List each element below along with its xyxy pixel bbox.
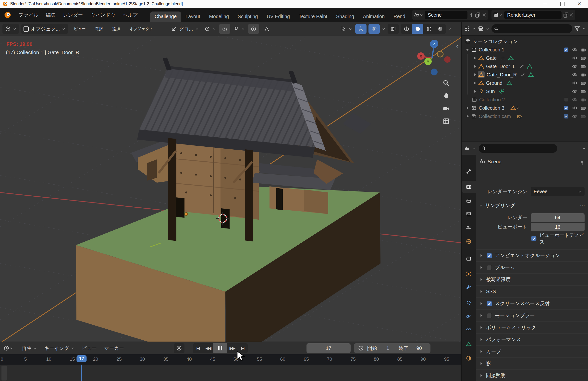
section-checkbox[interactable] bbox=[486, 264, 492, 271]
pin-icon[interactable] bbox=[469, 13, 474, 17]
jump-to-start-button[interactable]: |◀ bbox=[193, 343, 203, 353]
eye-icon[interactable] bbox=[572, 105, 577, 111]
row-sun[interactable]: Sun bbox=[462, 87, 588, 96]
outliner-search[interactable] bbox=[491, 24, 572, 33]
viewport-canvas[interactable]: Z X Y FPS: 19.90 (17) Collection 1 | Gat… bbox=[0, 36, 461, 341]
pivot-point-dropdown[interactable] bbox=[203, 24, 217, 34]
scene-icon[interactable] bbox=[414, 12, 420, 18]
section-checkbox[interactable] bbox=[486, 252, 492, 259]
next-keyframe-button[interactable]: ▶▶ bbox=[227, 343, 237, 353]
show-gizmo-toggle[interactable] bbox=[355, 24, 367, 34]
viewport-menu-add[interactable]: 追加 bbox=[108, 24, 124, 34]
animation-icon[interactable] bbox=[521, 72, 525, 77]
section-checkbox[interactable] bbox=[486, 301, 492, 307]
tab-sculpting[interactable]: Sculpting bbox=[233, 12, 262, 22]
chevron-down-icon[interactable] bbox=[9, 346, 13, 350]
section-screen-space-reflections[interactable]: スクリーンスペース反射∙∙∙ bbox=[476, 297, 588, 309]
eye-icon[interactable] bbox=[572, 47, 577, 52]
tab-challenge[interactable]: Challenge bbox=[150, 12, 181, 22]
sampling-viewport-field[interactable]: 16 bbox=[531, 223, 585, 231]
mesh-data-icon[interactable] bbox=[506, 80, 512, 86]
section-performance[interactable]: パフォーマンス∙∙∙ bbox=[476, 333, 588, 345]
tab-animation[interactable]: Animation bbox=[358, 12, 389, 22]
disclosure-right-icon[interactable] bbox=[465, 114, 470, 119]
outliner-editor-icon[interactable] bbox=[464, 26, 470, 32]
editor-type-button[interactable] bbox=[2, 24, 19, 34]
menu-render[interactable]: レンダー bbox=[59, 10, 86, 20]
proportional-falloff-dropdown[interactable] bbox=[261, 24, 273, 34]
disclosure-down-icon[interactable] bbox=[465, 47, 470, 52]
properties-search-input[interactable] bbox=[487, 145, 555, 151]
pause-button[interactable] bbox=[213, 343, 227, 353]
timeline-track[interactable] bbox=[0, 365, 461, 381]
tab-texture-paint[interactable]: Texture Paint bbox=[294, 12, 332, 22]
exclude-checkbox[interactable] bbox=[564, 97, 569, 102]
tab-world[interactable] bbox=[462, 235, 476, 248]
tab-material[interactable] bbox=[462, 352, 476, 364]
region-collapse-arrow[interactable]: ‹ bbox=[456, 43, 458, 49]
timeline-menu-view[interactable]: ビュー bbox=[78, 343, 101, 353]
viewport-menu-select[interactable]: 選択 bbox=[91, 24, 106, 34]
section-volumetrics[interactable]: ボリュームメトリック∙∙∙ bbox=[476, 321, 588, 334]
camera-visibility-icon[interactable] bbox=[581, 89, 586, 94]
row-scene-collection[interactable]: シーンコレクション bbox=[462, 37, 588, 45]
tab-output[interactable] bbox=[462, 195, 476, 207]
camera-visibility-icon[interactable] bbox=[581, 105, 586, 111]
camera-visibility-icon[interactable] bbox=[581, 64, 586, 69]
eye-icon[interactable] bbox=[572, 80, 577, 86]
viewport-menu-view[interactable]: ビュー bbox=[70, 24, 89, 34]
row-collection-3[interactable]: Collection 3 2 bbox=[462, 104, 588, 112]
tab-collection[interactable] bbox=[462, 252, 476, 265]
xray-toggle[interactable] bbox=[388, 24, 399, 34]
chevron-down-icon[interactable] bbox=[485, 27, 489, 31]
row-collection-cam[interactable]: Collection cam bbox=[462, 112, 588, 120]
chevron-down-icon[interactable] bbox=[448, 27, 452, 31]
view-layer-name-field[interactable]: RenderLayer bbox=[504, 11, 562, 19]
tab-rendering[interactable]: Rend bbox=[389, 12, 410, 22]
outliner-search-input[interactable] bbox=[500, 26, 570, 32]
eye-icon[interactable] bbox=[572, 72, 577, 77]
eye-icon[interactable] bbox=[572, 114, 577, 119]
shading-wireframe-button[interactable] bbox=[401, 24, 412, 34]
disclosure-right-icon[interactable] bbox=[472, 80, 477, 85]
timeline-menu-playback[interactable]: 再生 bbox=[18, 343, 41, 353]
timeline-ruler[interactable]: 0 5 10 15 20 25 30 35 40 45 50 55 60 65 … bbox=[0, 354, 461, 365]
section-motion-blur[interactable]: モーションブラー∙∙∙ bbox=[476, 309, 588, 321]
shading-solid-button[interactable] bbox=[412, 24, 423, 34]
row-ground[interactable]: Ground bbox=[462, 79, 588, 87]
camera-visibility-icon[interactable] bbox=[581, 97, 586, 102]
menu-edit[interactable]: 編集 bbox=[42, 10, 59, 20]
mesh-data-icon[interactable] bbox=[527, 63, 533, 69]
panel-options-dots[interactable]: ∙∙∙ bbox=[580, 203, 586, 208]
scene-name-field[interactable]: Scene bbox=[425, 11, 467, 19]
timeline-editor-icon[interactable] bbox=[3, 345, 9, 351]
unlink-scene-icon[interactable] bbox=[482, 13, 486, 17]
camera-visibility-icon[interactable] bbox=[581, 55, 586, 61]
tab-constraints[interactable] bbox=[462, 323, 476, 336]
section-ambient-occlusion[interactable]: アンビエントオクルージョン∙∙∙ bbox=[476, 249, 588, 261]
object-visibility-dropdown[interactable] bbox=[339, 24, 353, 34]
snap-settings-dropdown[interactable] bbox=[232, 24, 246, 34]
section-sampling[interactable]: サンプリング ∙∙∙ bbox=[476, 200, 588, 211]
mode-dropdown[interactable]: オブジェク... bbox=[21, 24, 68, 34]
section-sss[interactable]: SSS∙∙∙ bbox=[476, 285, 588, 298]
camera-visibility-icon[interactable] bbox=[581, 80, 586, 86]
end-frame-field[interactable]: 90 bbox=[412, 345, 426, 351]
section-bloom[interactable]: ブルーム∙∙∙ bbox=[476, 261, 588, 274]
close-button[interactable]: ✕ bbox=[571, 0, 588, 8]
gizmo-axis-ball[interactable] bbox=[437, 51, 443, 57]
row-collection-2[interactable]: Collection 2 bbox=[462, 96, 588, 104]
remove-view-layer-icon[interactable] bbox=[569, 13, 574, 17]
tab-layout[interactable]: Layout bbox=[181, 12, 205, 22]
section-checkbox[interactable] bbox=[486, 312, 492, 319]
shading-rendered-button[interactable] bbox=[435, 24, 446, 34]
row-gate[interactable]: Gate bbox=[462, 54, 588, 62]
camera-visibility-icon[interactable] bbox=[581, 47, 586, 52]
menu-window[interactable]: ウィンドウ bbox=[86, 10, 119, 20]
start-frame-field[interactable]: 1 bbox=[380, 345, 395, 351]
tab-particles[interactable] bbox=[462, 297, 476, 309]
previous-keyframe-button[interactable]: ◀◀ bbox=[203, 343, 213, 353]
eye-icon[interactable] bbox=[572, 89, 577, 94]
show-overlays-toggle[interactable] bbox=[368, 24, 380, 34]
exclude-checkbox[interactable] bbox=[564, 47, 569, 52]
